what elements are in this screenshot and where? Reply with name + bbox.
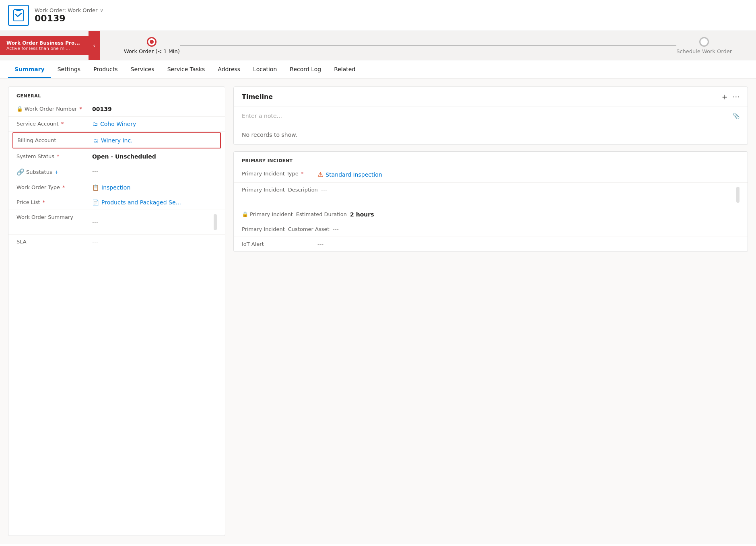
field-label-work-order-summary: Work Order Summary <box>16 214 89 220</box>
general-section-title: GENERAL <box>8 87 225 102</box>
more-button[interactable]: ··· <box>733 93 740 101</box>
stage-subtitle: Active for less than one mi... <box>6 46 82 51</box>
field-incident-duration: 🔒 Primary Incident Estimated Duration 2 … <box>234 207 748 222</box>
step-connector <box>180 45 676 46</box>
field-sla: SLA --- <box>8 235 225 249</box>
lock-icon: 🔒 <box>16 106 23 112</box>
tab-related[interactable]: Related <box>328 60 362 78</box>
field-label-substatus: 🔗 Substatus + <box>16 168 89 176</box>
field-value-sla: --- <box>92 239 217 245</box>
timeline-empty-message: No records to show. <box>234 125 748 144</box>
tab-record-log[interactable]: Record Log <box>283 60 328 78</box>
field-label-system-status: System Status * <box>16 153 89 159</box>
field-value-work-order-number: 00139 <box>92 106 217 112</box>
timeline-title: Timeline <box>242 93 722 101</box>
field-substatus: 🔗 Substatus + --- <box>8 164 225 180</box>
field-value-price-list[interactable]: 📄 Products and Packaged Se... <box>92 199 217 206</box>
field-value-work-order-type[interactable]: 📋 Inspection <box>92 184 217 191</box>
field-value-work-order-summary[interactable]: --- <box>92 214 217 230</box>
edit-icon: 📋 <box>92 184 99 191</box>
warning-icon: ⚠️ <box>317 171 323 178</box>
active-stage[interactable]: Work Order Business Pro... Active for le… <box>0 36 89 55</box>
process-steps: Work Order (< 1 Min) Schedule Work Order <box>100 37 756 54</box>
field-label-sla: SLA <box>16 239 89 245</box>
field-label-iot-alert: IoT Alert <box>242 241 314 247</box>
tab-services[interactable]: Services <box>124 60 161 78</box>
incident-section-title: PRIMARY INCIDENT <box>234 152 748 167</box>
field-value-system-status: Open - Unscheduled <box>92 153 217 160</box>
scroll-handle[interactable] <box>214 214 217 230</box>
timeline-actions: + ··· <box>722 93 740 101</box>
add-button[interactable]: + <box>722 93 728 101</box>
tab-bar: Summary Settings Products Services Servi… <box>0 60 756 78</box>
work-order-icon <box>12 9 25 22</box>
field-label-price-list: Price List * <box>16 199 89 205</box>
header: Work Order: Work Order ∨ 00139 <box>0 0 756 31</box>
field-label-incident-duration: 🔒 Primary Incident Estimated Duration <box>242 211 347 217</box>
field-value-iot-alert: --- <box>317 241 740 247</box>
field-incident-asset: Primary Incident Customer Asset --- <box>234 222 748 237</box>
field-work-order-number: 🔒 Work Order Number * 00139 <box>8 102 225 117</box>
required-indicator-3: * <box>57 153 60 159</box>
field-value-incident-type[interactable]: ⚠️ Standard Inspection <box>317 171 740 178</box>
description-scroll-handle[interactable] <box>736 187 740 203</box>
breadcrumb[interactable]: Work Order: Work Order ∨ <box>35 7 103 13</box>
field-label-work-order-type: Work Order Type * <box>16 184 89 190</box>
pricelist-icon: 📄 <box>92 199 99 206</box>
step-label-2: Schedule Work Order <box>676 48 732 54</box>
field-value-billing-account[interactable]: 🗂 Winery Inc. <box>93 137 216 144</box>
process-step-1[interactable]: Work Order (< 1 Min) <box>124 37 180 54</box>
attachment-icon[interactable]: 📎 <box>733 113 740 119</box>
timeline-input-row[interactable]: Enter a note... 📎 <box>234 107 748 125</box>
field-iot-alert: IoT Alert --- <box>234 237 748 251</box>
field-work-order-type: Work Order Type * 📋 Inspection <box>8 180 225 195</box>
field-value-incident-description[interactable]: --- <box>321 187 740 203</box>
process-step-2[interactable]: Schedule Work Order <box>676 37 732 54</box>
field-incident-description: Primary Incident Description --- <box>234 183 748 207</box>
required-indicator-4: * <box>62 184 65 190</box>
step-circle-2 <box>699 37 709 47</box>
tab-service-tasks[interactable]: Service Tasks <box>161 60 212 78</box>
required-indicator: * <box>79 106 82 112</box>
field-system-status: System Status * Open - Unscheduled <box>8 149 225 164</box>
step-label-1: Work Order (< 1 Min) <box>124 48 180 54</box>
field-value-incident-asset: --- <box>333 226 740 233</box>
required-indicator-6: * <box>301 171 304 177</box>
timeline-card: Timeline + ··· Enter a note... 📎 No reco… <box>233 87 748 145</box>
field-label-service-account: Service Account * <box>16 121 89 127</box>
right-column: Timeline + ··· Enter a note... 📎 No reco… <box>233 87 748 536</box>
substatus-icon: 🔗 <box>16 168 25 176</box>
field-label-incident-type: Primary Incident Type * <box>242 171 314 177</box>
field-label-work-order-number: 🔒 Work Order Number * <box>16 106 89 112</box>
field-label-incident-description: Primary Incident Description <box>242 187 318 193</box>
tab-summary[interactable]: Summary <box>8 60 51 78</box>
tab-address[interactable]: Address <box>211 60 247 78</box>
primary-incident-card: PRIMARY INCIDENT Primary Incident Type *… <box>233 151 748 252</box>
tab-location[interactable]: Location <box>247 60 283 78</box>
main-content: GENERAL 🔒 Work Order Number * 00139 Serv… <box>0 78 756 544</box>
required-indicator-5: * <box>43 199 45 205</box>
field-billing-account: Billing Account 🗂 Winery Inc. <box>12 132 221 148</box>
doc-icon-2: 🗂 <box>93 137 99 144</box>
step-circle-1 <box>147 37 157 47</box>
doc-icon: 🗂 <box>92 121 98 127</box>
chevron-down-icon[interactable]: ∨ <box>100 8 103 13</box>
tab-settings[interactable]: Settings <box>51 60 87 78</box>
collapse-button[interactable]: ‹ <box>89 31 100 60</box>
field-work-order-summary: Work Order Summary --- <box>8 210 225 235</box>
record-number: 00139 <box>35 13 103 23</box>
app-icon <box>8 5 29 26</box>
field-value-incident-duration: 2 hours <box>350 211 740 218</box>
header-title: Work Order: Work Order ∨ 00139 <box>35 7 103 23</box>
general-card: GENERAL 🔒 Work Order Number * 00139 Serv… <box>8 87 225 536</box>
timeline-header: Timeline + ··· <box>234 87 748 107</box>
timeline-note-placeholder: Enter a note... <box>242 113 282 119</box>
optional-indicator: + <box>55 169 59 175</box>
stage-title: Work Order Business Pro... <box>6 40 82 46</box>
breadcrumb-text: Work Order: Work Order <box>35 7 97 13</box>
lock-icon-2: 🔒 <box>242 211 248 217</box>
tab-products[interactable]: Products <box>87 60 124 78</box>
field-label-billing-account: Billing Account <box>17 137 90 143</box>
field-incident-type: Primary Incident Type * ⚠️ Standard Insp… <box>234 167 748 183</box>
field-value-service-account[interactable]: 🗂 Coho Winery <box>92 121 217 127</box>
